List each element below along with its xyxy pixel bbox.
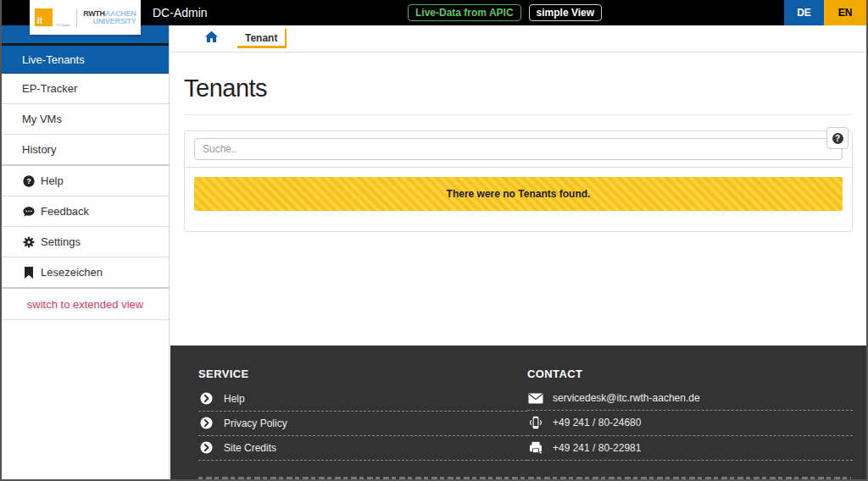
footer-link-privacy-policy[interactable]: Privacy Policy [198, 412, 527, 436]
page-help-button[interactable]: ? [826, 127, 849, 149]
it-center-logo-icon: it [35, 8, 53, 26]
fax-icon [527, 441, 543, 454]
gear-icon [22, 236, 35, 248]
sidebar-item-history[interactable]: History [2, 135, 169, 165]
sidebar-item-label: My VMs [22, 113, 62, 125]
tenants-panel: There were no Tenants found. [184, 130, 853, 232]
app-window: DC-Admin Live-Data from APIC simple View… [0, 0, 868, 481]
sidebar-item-label: Help [41, 174, 64, 187]
footer-clipped-text-line [198, 477, 851, 479]
app-title: DC-Admin [153, 6, 208, 19]
rwth-wordmark: RWTHAACHEN UNIVERSITY [83, 10, 136, 25]
sidebar-item-label: Lesezeichen [41, 266, 103, 279]
tenants-panel-body: There were no Tenants found. [185, 168, 852, 231]
footer-contact-heading: CONTACT [527, 368, 853, 380]
sidebar-item-my-vms[interactable]: My VMs [2, 104, 169, 135]
envelope-icon [527, 393, 543, 404]
language-switcher: DE EN [784, 0, 866, 25]
lang-de-button[interactable]: DE [784, 0, 824, 25]
sidebar-item-help[interactable]: ? Help [2, 166, 169, 196]
title-divider [184, 114, 853, 115]
sidebar-item-label: Feedback [41, 205, 89, 218]
question-circle-icon: ? [22, 175, 35, 187]
mobile-phone-icon [527, 416, 543, 429]
footer-service-column: SERVICE Help Privacy Policy [198, 368, 527, 461]
chevron-circle-right-icon [198, 441, 214, 454]
footer-contact-text: servicedesk@itc.rwth-aachen.de [553, 392, 700, 404]
footer-link-label: Help [224, 393, 245, 405]
tenants-panel-heading [185, 131, 852, 168]
footer-link-help[interactable]: Help [198, 387, 527, 412]
chevron-circle-right-icon [198, 392, 214, 405]
sidebar-item-lesezeichen[interactable]: Lesezeichen [2, 257, 169, 288]
sidebar-item-feedback[interactable]: Feedback [2, 196, 169, 227]
sidebar-item-label: Settings [41, 235, 81, 248]
footer: SERVICE Help Privacy Policy [170, 346, 866, 479]
university-text: UNIVERSITY [92, 17, 136, 25]
search-input[interactable] [194, 138, 843, 160]
breadcrumb: Tenant [170, 25, 866, 53]
simple-view-badge[interactable]: simple View [529, 4, 602, 21]
footer-contact-text: +49 241 / 80-24680 [553, 417, 641, 428]
sidebar-item-label: Live-Tenants [22, 53, 85, 66]
rwth-itc-logo[interactable]: it IT Center RWTHAACHEN UNIVERSITY [30, 0, 141, 35]
lang-en-button[interactable]: EN [824, 0, 866, 25]
footer-link-site-credits[interactable]: Site Credits [198, 436, 527, 461]
sidebar: Live-Tenants EP-Tracker My VMs History ?… [2, 25, 170, 479]
chevron-circle-right-icon [198, 417, 214, 429]
topbar-badges: Live-Data from APIC simple View [408, 4, 602, 21]
breadcrumb-current-tenant[interactable]: Tenant [237, 29, 287, 48]
footer-service-heading: SERVICE [198, 368, 527, 380]
sidebar-item-live-tenants[interactable]: Live-Tenants [2, 46, 169, 74]
no-tenants-alert: There were no Tenants found. [194, 177, 843, 211]
page-title: Tenants [184, 75, 853, 102]
question-circle-icon: ? [832, 133, 843, 144]
sidebar-item-label: History [22, 143, 56, 156]
sidebar-item-ep-tracker[interactable]: EP-Tracker [2, 74, 169, 104]
footer-contact-column: CONTACT servicedesk@itc.rwth-aachen.de +… [527, 368, 853, 461]
home-icon[interactable] [204, 30, 219, 47]
it-center-label: IT Center [57, 23, 71, 27]
sidebar-item-settings[interactable]: Settings [2, 227, 169, 257]
live-data-badge[interactable]: Live-Data from APIC [408, 4, 521, 21]
svg-text:?: ? [26, 177, 31, 185]
footer-contact-fax[interactable]: +49 241 / 80-22981 [527, 436, 853, 461]
switch-extended-view-link[interactable]: switch to extended view [2, 289, 169, 320]
page-content: Tenants ? There were no Tenants found. [170, 75, 866, 232]
footer-link-label: Privacy Policy [224, 417, 287, 429]
footer-contact-email[interactable]: servicedesk@itc.rwth-aachen.de [527, 387, 853, 411]
main-area: Tenant Tenants ? There were no Tenants f… [170, 25, 866, 479]
footer-columns: SERVICE Help Privacy Policy [170, 346, 866, 461]
footer-contact-text: +49 241 / 80-22981 [553, 442, 641, 454]
logo-divider [76, 8, 77, 27]
bookmark-icon [22, 267, 35, 279]
comment-icon [22, 206, 35, 218]
footer-contact-phone[interactable]: +49 241 / 80-24680 [527, 411, 853, 436]
sidebar-item-label: EP-Tracker [22, 82, 77, 95]
footer-link-label: Site Credits [224, 442, 276, 454]
